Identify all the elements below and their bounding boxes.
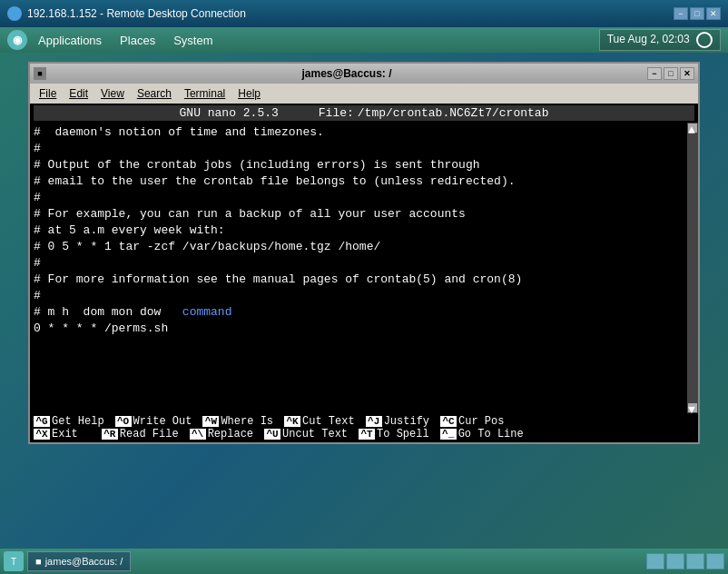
shortcut-label-to-spell: To Spell [377, 428, 429, 440]
nano-file-label: File: [319, 106, 354, 120]
scrollbar-up[interactable]: ▲ [688, 124, 697, 133]
taskbar-btn-3[interactable] [686, 553, 704, 569]
nano-line [34, 337, 684, 353]
taskbar-btn-1[interactable] [646, 553, 664, 569]
terminal-window: ■ james@Baccus: / − □ ✕ File Edit View S… [28, 62, 700, 444]
terminal-titlebar: ■ james@Baccus: / − □ ✕ [30, 64, 698, 84]
nano-editor: GNU nano 2.5.3 File: /tmp/crontab.NC6Zt7… [30, 104, 698, 442]
nano-line: # [34, 141, 684, 157]
nano-editor-content: # daemon's notion of time and timezones.… [30, 123, 687, 413]
menu-view[interactable]: View [95, 86, 130, 101]
shortcut-read-file: ^R Read File [102, 428, 179, 440]
nano-line: # For more information see the manual pa… [34, 272, 684, 288]
menu-help[interactable]: Help [232, 86, 266, 101]
shortcut-replace: ^\ Replace [190, 428, 253, 440]
menu-file[interactable]: File [34, 86, 62, 101]
taskbar-bottom: T ■ james@Baccus: / [0, 549, 728, 574]
shortcut-label-cut-text: Cut Text [302, 415, 355, 428]
shortcut-key-j: ^J [366, 416, 382, 427]
shortcut-label-get-help: Get Help [52, 415, 104, 428]
menu-applications[interactable]: Applications [31, 32, 109, 49]
shortcut-get-help: ^G Get Help [34, 415, 104, 428]
shortcut-label-where-is: Where Is [221, 415, 273, 428]
taskbar-top: 192.168.1.152 - Remote Desktop Connectio… [0, 0, 728, 27]
terminal-close-button[interactable]: ✕ [680, 67, 694, 80]
close-button[interactable]: ✕ [706, 7, 721, 20]
shortcut-label-uncut-text: Uncut Text [282, 428, 348, 440]
shortcut-justify: ^J Justify [366, 415, 429, 428]
shortcut-label-exit: Exit [52, 428, 78, 440]
taskbar-terminal-icon: ■ [35, 556, 42, 567]
nano-line: # [34, 288, 684, 304]
nano-line: # at 5 a.m every week with: [34, 223, 684, 239]
shortcut-key-o: ^O [115, 416, 132, 427]
shortcut-label-justify: Justify [384, 415, 429, 428]
terminal-window-controls[interactable]: − □ ✕ [647, 67, 694, 80]
shortcut-label-read-file: Read File [120, 428, 179, 440]
taskbar-bottom-right [646, 553, 724, 569]
main-area: ■ james@Baccus: / − □ ✕ File Edit View S… [0, 53, 728, 453]
menu-places[interactable]: Places [113, 32, 162, 49]
shortcut-key-x: ^X [34, 429, 50, 440]
shortcut-cur-pos: ^C Cur Pos [440, 415, 504, 428]
nano-header: GNU nano 2.5.3 File: /tmp/crontab.NC6Zt7… [30, 104, 698, 123]
menu-search[interactable]: Search [132, 86, 177, 101]
nano-line: # 0 5 * * 1 tar -zcf /var/backups/home.t… [34, 239, 684, 255]
shortcut-label-write-out: Write Out [133, 415, 192, 428]
shortcut-key-c: ^C [440, 416, 457, 427]
shortcut-key-t: ^T [359, 429, 375, 440]
nano-line [34, 370, 684, 386]
shortcut-key-u: ^U [264, 429, 280, 440]
shortcut-label-replace: Replace [208, 428, 253, 440]
nano-content-area[interactable]: # daemon's notion of time and timezones.… [30, 123, 687, 413]
nano-line: 0 * * * * /perms.sh [34, 321, 684, 337]
nano-filename: /tmp/crontab.NC6Zt7/crontab [358, 106, 549, 120]
nano-app-name: GNU nano 2.5.3 [180, 106, 279, 120]
terminal-icon: ■ [34, 67, 46, 80]
app-menubar: ◉ Applications Places System Tue Aug 2, … [0, 27, 728, 53]
nano-line: # email to the user the crontab file bel… [34, 173, 684, 190]
scrollbar[interactable]: ▲ ▼ [687, 123, 698, 413]
shortcut-write-out: ^O Write Out [115, 415, 192, 428]
shortcut-row-2: ^X Exit ^R Read File ^\ Replace [34, 428, 694, 440]
menu-edit[interactable]: Edit [64, 86, 93, 101]
shortcut-key-g: ^G [34, 416, 50, 427]
shortcut-uncut-text: ^U Uncut Text [264, 428, 348, 440]
taskbar-btn-2[interactable] [666, 553, 684, 569]
taskbar-btn-4[interactable] [706, 553, 724, 569]
nano-line [34, 386, 684, 402]
nano-line: # Output of the crontab jobs (including … [34, 157, 684, 173]
menu-terminal[interactable]: Terminal [179, 86, 231, 101]
shortcut-exit: ^X Exit [34, 428, 78, 440]
app-icon: ◉ [7, 30, 27, 50]
clock-icon [696, 32, 713, 48]
scrollbar-down[interactable]: ▼ [688, 403, 697, 412]
nano-line: # m h dom mon dow command [34, 304, 684, 321]
shortcut-where-is: ^W Where Is [202, 415, 273, 428]
rdp-icon [7, 6, 22, 21]
nano-line: # For example, you can run a backup of a… [34, 206, 684, 223]
taskbar-top-left: 192.168.1.152 - Remote Desktop Connectio… [7, 6, 674, 21]
shortcut-go-to-line: ^_ Go To Line [440, 428, 524, 440]
terminal-minimize-button[interactable]: − [647, 67, 662, 80]
shortcut-to-spell: ^T To Spell [359, 428, 429, 440]
taskbar-terminal-label: james@Baccus: / [45, 556, 123, 567]
terminal-menubar: File Edit View Search Terminal Help [30, 84, 698, 104]
menu-system[interactable]: System [166, 32, 220, 49]
terminal-maximize-button[interactable]: □ [664, 67, 678, 80]
system-clock: Tue Aug 2, 02:03 [599, 29, 721, 51]
shortcut-row-1: ^G Get Help ^O Write Out ^W Where Is [34, 415, 694, 428]
taskbar-bottom-terminal[interactable]: ■ james@Baccus: / [27, 551, 131, 571]
shortcut-cut-text: ^K Cut Text [284, 415, 355, 428]
taskbar-bottom-icon: T [4, 551, 24, 571]
nano-shortcuts: ^G Get Help ^O Write Out ^W Where Is [30, 413, 698, 442]
top-window-controls[interactable]: − □ ✕ [674, 7, 721, 20]
nano-line [34, 353, 684, 370]
nano-header-content: GNU nano 2.5.3 File: /tmp/crontab.NC6Zt7… [34, 105, 694, 121]
shortcut-key-backslash: ^\ [190, 429, 206, 440]
nano-editor-main: # daemon's notion of time and timezones.… [30, 123, 698, 413]
nano-line: # [34, 255, 684, 272]
maximize-button[interactable]: □ [690, 7, 704, 20]
shortcut-key-underscore: ^_ [440, 429, 457, 440]
minimize-button[interactable]: − [674, 7, 688, 20]
